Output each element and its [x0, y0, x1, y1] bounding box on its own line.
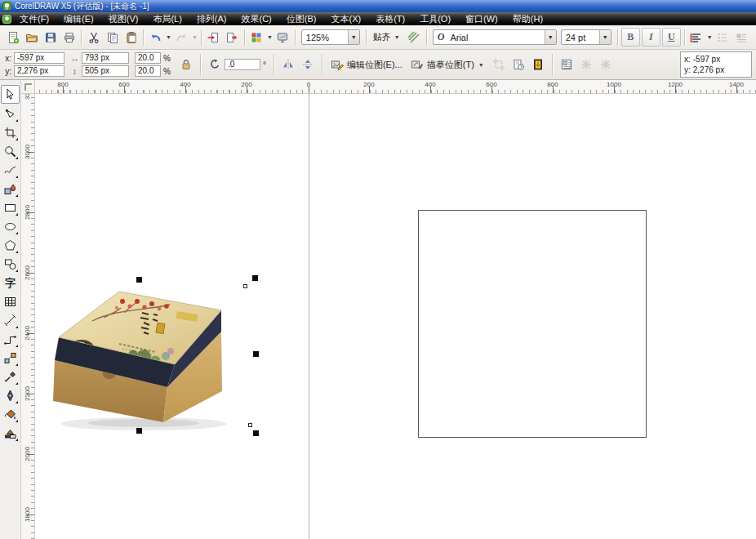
color-eyedropper-tool[interactable] [2, 368, 19, 385]
crop-tool[interactable] [2, 124, 19, 141]
selection-handle[interactable] [253, 351, 259, 357]
cut-button[interactable] [84, 28, 103, 47]
bitmap-effect-button[interactable] [596, 55, 616, 74]
menu-item-1[interactable]: 文件(F) [12, 12, 56, 25]
horizontal-ruler[interactable]: 8006004002000200400600800100012001400 [35, 80, 756, 94]
trace-bitmap-button[interactable]: 描摹位图(T) ▼ [407, 55, 489, 74]
menu-item-11[interactable]: 窗口(W) [458, 12, 505, 25]
fill-tool[interactable] [2, 406, 19, 423]
underline-button[interactable]: U [662, 28, 681, 47]
redo-button[interactable] [172, 28, 191, 47]
table-tool[interactable] [2, 293, 19, 310]
menu-item-2[interactable]: 编辑(E) [56, 12, 101, 25]
export-button[interactable] [223, 28, 242, 47]
welcome-screen-button[interactable] [273, 28, 292, 47]
chevron-down-icon[interactable]: ▼ [478, 62, 484, 68]
menu-item-3[interactable]: 视图(V) [101, 12, 146, 25]
hruler-major-tick [247, 86, 247, 93]
drawing-options-button[interactable] [405, 28, 424, 47]
mirror-vertical-button[interactable] [298, 55, 318, 74]
text-tool[interactable]: 字 [2, 274, 19, 292]
object-width-input[interactable]: 793 px [82, 52, 129, 64]
resample-bitmap-button[interactable] [509, 55, 528, 74]
ruler-origin-button[interactable] [21, 80, 35, 94]
selection-mini-handle[interactable] [243, 284, 247, 288]
smart-fill-tool[interactable] [2, 180, 19, 198]
save-button[interactable] [41, 28, 60, 47]
wrap-text-button[interactable] [557, 55, 576, 74]
bitmap-color-mode-button[interactable] [528, 55, 548, 74]
tea-box-image[interactable] [47, 272, 260, 435]
scale-horizontal-input[interactable]: 20.0 [135, 52, 161, 64]
menu-item-12[interactable]: 帮助(H) [505, 12, 550, 25]
blend-tool[interactable] [2, 350, 19, 367]
zoom-level-combo[interactable]: 125% ▼ [301, 29, 360, 45]
freehand-tool[interactable] [2, 162, 19, 179]
import-button[interactable] [204, 28, 223, 47]
basic-shapes-tool[interactable] [2, 256, 19, 273]
chevron-down-icon[interactable]: ▼ [192, 34, 198, 40]
drawing-canvas[interactable] [35, 94, 756, 539]
chevron-down-icon[interactable]: ▼ [599, 30, 611, 44]
bold-button[interactable]: B [621, 28, 640, 47]
application-launcher-button[interactable] [247, 28, 266, 47]
lock-ratio-button[interactable] [176, 55, 196, 74]
paste-button[interactable] [122, 28, 140, 47]
menu-item-5[interactable]: 排列(A) [189, 12, 234, 25]
rectangle-shape[interactable] [418, 210, 647, 438]
edit-bitmap-button[interactable]: 编辑位图(E)... [327, 55, 407, 74]
selection-handle[interactable] [136, 428, 142, 434]
chevron-down-icon[interactable]: ▼ [166, 34, 171, 40]
outline-pen-tool[interactable] [2, 387, 19, 404]
selection-handle[interactable] [253, 430, 259, 436]
menu-item-6[interactable]: 效果(C) [234, 12, 279, 25]
bulleted-list-button[interactable] [714, 28, 732, 47]
menu-item-8[interactable]: 文本(X) [323, 12, 368, 25]
chevron-down-icon[interactable]: ▼ [267, 34, 273, 40]
y-position-input[interactable]: 2,276 px [14, 65, 64, 77]
chevron-down-icon[interactable]: ▼ [348, 30, 359, 44]
rotation-angle-input[interactable]: .0 [225, 59, 260, 70]
selection-handle[interactable] [136, 277, 142, 283]
new-document-button[interactable] [3, 28, 22, 47]
chevron-down-icon[interactable]: ▼ [545, 30, 556, 44]
font-size-combo[interactable]: 24 pt ▼ [561, 29, 611, 45]
menu-item-7[interactable]: 位图(B) [279, 12, 324, 25]
snap-to-button[interactable]: 贴齐 ▼ [369, 29, 405, 47]
workspace: 字 8006004002000200400600800100012001400 … [0, 80, 756, 539]
shape-tool[interactable] [2, 105, 19, 122]
crop-bitmap-button[interactable] [489, 55, 509, 74]
undo-button[interactable] [146, 28, 165, 47]
font-family-combo[interactable]: O Arial ▼ [433, 29, 557, 45]
document-window-icon[interactable] [2, 15, 11, 24]
italic-button[interactable]: I [642, 28, 660, 47]
scale-vertical-input[interactable]: 20.0 [135, 65, 161, 77]
zoom-tool[interactable] [2, 143, 19, 160]
text-alignment-button[interactable] [687, 28, 706, 47]
x-position-input[interactable]: -597 px [14, 52, 64, 64]
drop-cap-button[interactable] [732, 28, 751, 47]
copy-button[interactable] [103, 28, 122, 47]
vertical-ruler[interactable]: 32003000280026002400220020001800 [21, 94, 35, 539]
chevron-down-icon[interactable]: ▼ [394, 34, 400, 40]
pick-tool[interactable] [1, 85, 20, 104]
hruler-major-tick [309, 86, 309, 93]
rectangle-tool[interactable] [2, 199, 19, 216]
object-height-icon: ↕ [70, 67, 79, 76]
connector-tool[interactable] [2, 331, 19, 348]
bitmap-effect-button[interactable] [576, 55, 596, 74]
selection-mini-handle[interactable] [248, 423, 252, 427]
dimension-tool[interactable] [2, 312, 19, 329]
open-button[interactable] [22, 28, 41, 47]
ellipse-tool[interactable] [2, 218, 19, 235]
print-button[interactable] [60, 28, 78, 47]
menu-item-10[interactable]: 工具(O) [412, 12, 458, 25]
selection-handle[interactable] [252, 275, 258, 281]
mirror-horizontal-button[interactable] [278, 55, 298, 74]
menu-item-9[interactable]: 表格(T) [368, 12, 412, 25]
chevron-down-icon[interactable]: ▼ [707, 34, 713, 40]
object-height-input[interactable]: 505 px [82, 65, 129, 77]
interactive-fill-tool[interactable] [2, 425, 19, 442]
polygon-tool[interactable] [2, 237, 19, 254]
menu-item-4[interactable]: 布局(L) [145, 12, 189, 25]
